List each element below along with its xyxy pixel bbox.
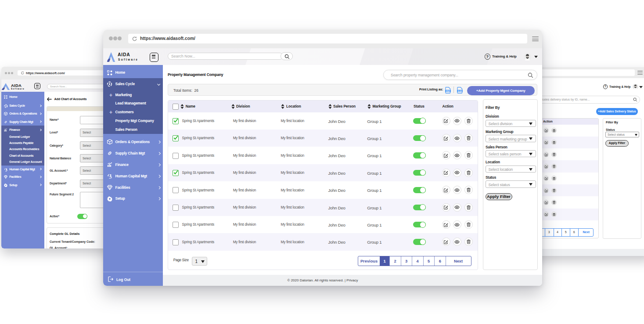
svg-text:PDF: PDF (446, 90, 450, 92)
svg-text:XLSX: XLSX (458, 90, 462, 92)
